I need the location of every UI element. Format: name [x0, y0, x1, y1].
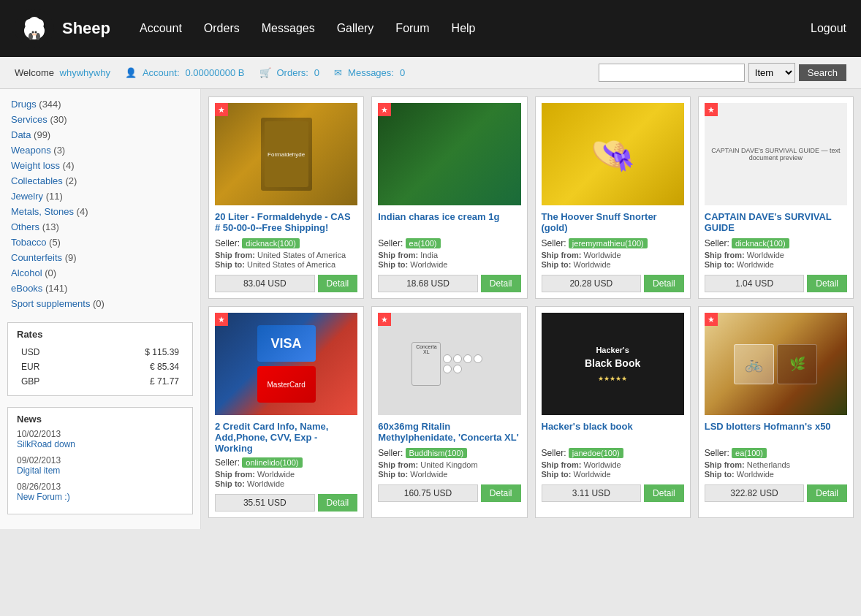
product-title-5[interactable]: 2 Credit Card Info, Name, Add,Phone, CVV… — [215, 421, 357, 454]
star-badge-1: ★ — [215, 103, 228, 116]
product-image-2 — [378, 103, 520, 205]
rates-title: Rates — [17, 329, 183, 340]
messages-info: ✉ Messages: 0 — [334, 67, 405, 78]
person-icon: 👤 — [125, 67, 137, 78]
detail-button-1[interactable]: Detail — [318, 275, 358, 292]
product-title-8[interactable]: LSD blotters Hofmann's x50 — [705, 421, 847, 444]
product-card-5: ★ VISA MasterCard 2 Credit Card Info, Na… — [208, 306, 364, 518]
sidebar-item-tobacco[interactable]: Tobacco (5) — [0, 235, 200, 250]
news-title: News — [17, 414, 183, 425]
sidebar-item-collectables[interactable]: Collectables (2) — [0, 173, 200, 189]
product-image-6: Concerta XL — [378, 313, 520, 415]
product-seller-4: Seller: dicknack(100) — [705, 238, 847, 248]
product-ship-from-7: Ship from: Worldwide — [542, 460, 684, 469]
search-type-select[interactable]: Item Seller — [748, 63, 795, 83]
product-seller-1: Seller: dicknack(100) — [215, 238, 357, 248]
logout-button[interactable]: Logout — [811, 22, 846, 35]
product-ship-from-1: Ship from: United States of America — [215, 251, 357, 259]
sidebar-item-data[interactable]: Data (99) — [0, 127, 200, 142]
sidebar-item-weightloss[interactable]: Weight loss (4) — [0, 158, 200, 173]
sidebar-item-ebooks[interactable]: eBooks (141) — [0, 281, 200, 296]
news-link-1[interactable]: SilkRoad down — [17, 439, 183, 449]
detail-button-5[interactable]: Detail — [318, 494, 358, 512]
product-price-1: 83.04 USD — [215, 275, 315, 292]
seller-badge-2[interactable]: ea(100) — [406, 238, 441, 248]
product-title-4[interactable]: CAPTAIN DAVE's SURVIVAL GUIDE — [705, 211, 847, 235]
news-box: News 10/02/2013 SilkRoad down 09/02/2013… — [7, 407, 193, 514]
messages-label: Messages: — [348, 67, 394, 78]
seller-badge-8[interactable]: ea(100) — [732, 448, 767, 458]
detail-button-6[interactable]: Detail — [481, 484, 521, 502]
seller-badge-1[interactable]: dicknack(100) — [242, 238, 299, 248]
product-card-1: ★ Formaldehyde 20 Liter - Formaldehyde -… — [208, 96, 364, 299]
news-item-2: 09/02/2013 Digital item — [17, 455, 183, 476]
news-date-3: 08/26/2013 — [17, 482, 61, 492]
seller-badge-3[interactable]: jeremymathieu(100) — [569, 238, 648, 248]
detail-button-4[interactable]: Detail — [807, 275, 847, 292]
product-price-8: 322.82 USD — [705, 484, 805, 502]
sidebar-item-others[interactable]: Others (13) — [0, 219, 200, 235]
product-ship-from-2: Ship from: India — [378, 251, 520, 259]
categories-list: Drugs (344) Services (30) Data (99) Weap… — [0, 96, 200, 311]
nav-forum[interactable]: Forum — [395, 22, 429, 35]
seller-badge-5[interactable]: onlinelido(100) — [242, 457, 302, 468]
product-image-4: CAPTAIN DAVE's SURVIVAL GUIDE — text doc… — [705, 103, 847, 205]
rates-usd-currency: USD — [18, 346, 80, 359]
product-footer-2: 18.68 USD Detail — [378, 275, 520, 292]
nav-help[interactable]: Help — [452, 22, 476, 35]
nav-gallery[interactable]: Gallery — [337, 22, 374, 35]
product-title-6[interactable]: 60x36mg Ritalin Methylphenidate, 'Concer… — [378, 421, 520, 444]
nav-orders[interactable]: Orders — [204, 22, 240, 35]
news-link-2[interactable]: Digital item — [17, 465, 183, 476]
rates-gbp-value: £ 71.77 — [81, 375, 182, 388]
sidebar-item-weapons[interactable]: Weapons (3) — [0, 142, 200, 158]
svg-point-8 — [35, 31, 37, 33]
detail-button-8[interactable]: Detail — [807, 484, 847, 502]
product-title-1[interactable]: 20 Liter - Formaldehyde - CAS # 50-00-0-… — [215, 211, 357, 235]
rates-usd-value: $ 115.39 — [81, 346, 182, 359]
rates-row-usd: USD $ 115.39 — [18, 346, 182, 359]
product-card-8: ★ 🚲 🌿 LSD blotters Hofmann's x50 Seller:… — [698, 306, 854, 518]
detail-button-2[interactable]: Detail — [481, 275, 521, 292]
product-seller-2: Seller: ea(100) — [378, 238, 520, 248]
messages-value: 0 — [400, 67, 405, 78]
news-link-3[interactable]: New Forum :) — [17, 492, 183, 502]
search-input[interactable] — [599, 64, 745, 82]
nav-account[interactable]: Account — [140, 22, 182, 35]
sidebar-item-services[interactable]: Services (30) — [0, 112, 200, 127]
seller-badge-4[interactable]: dicknack(100) — [732, 238, 789, 248]
username-link[interactable]: whywhywhy — [60, 67, 110, 78]
product-price-6: 160.75 USD — [378, 484, 478, 502]
sidebar-item-jewelry[interactable]: Jewelry (11) — [0, 189, 200, 204]
sidebar-item-sport[interactable]: Sport supplements (0) — [0, 296, 200, 311]
detail-button-7[interactable]: Detail — [644, 484, 684, 502]
nav-messages[interactable]: Messages — [262, 22, 315, 35]
news-date-1: 10/02/2013 — [17, 429, 61, 439]
product-title-3[interactable]: The Hoover Snuff Snorter (gold) — [542, 211, 684, 235]
sidebar-item-counterfeits[interactable]: Counterfeits (9) — [0, 250, 200, 265]
product-seller-8: Seller: ea(100) — [705, 448, 847, 458]
seller-badge-7[interactable]: janedoe(100) — [569, 448, 623, 458]
product-price-2: 18.68 USD — [378, 275, 478, 292]
sheep-logo-icon — [15, 9, 55, 49]
svg-point-5 — [29, 33, 33, 40]
welcome-text: Welcome whywhywhy — [15, 67, 110, 78]
product-price-3: 20.28 USD — [542, 275, 642, 292]
account-info: 👤 Account: 0.00000000 B — [125, 67, 245, 78]
sidebar-item-drugs[interactable]: Drugs (344) — [0, 96, 200, 112]
account-value: 0.00000000 B — [186, 67, 245, 78]
product-title-2[interactable]: Indian charas ice cream 1g — [378, 211, 520, 235]
product-price-4: 1.04 USD — [705, 275, 805, 292]
product-seller-7: Seller: janedoe(100) — [542, 448, 684, 458]
sidebar-item-alcohol[interactable]: Alcohol (0) — [0, 265, 200, 281]
detail-button-3[interactable]: Detail — [644, 275, 684, 292]
product-ship-to-6: Ship to: Worldwide — [378, 470, 520, 479]
sidebar-item-metals[interactable]: Metals, Stones (4) — [0, 204, 200, 219]
product-price-7: 3.11 USD — [542, 484, 642, 502]
rates-row-eur: EUR € 85.34 — [18, 360, 182, 373]
seller-badge-6[interactable]: Buddhism(100) — [406, 448, 468, 458]
content: Drugs (344) Services (30) Data (99) Weap… — [0, 89, 861, 529]
product-title-7[interactable]: Hacker's black book — [542, 421, 684, 444]
news-item-3: 08/26/2013 New Forum :) — [17, 482, 183, 502]
search-button[interactable]: Search — [799, 64, 846, 81]
